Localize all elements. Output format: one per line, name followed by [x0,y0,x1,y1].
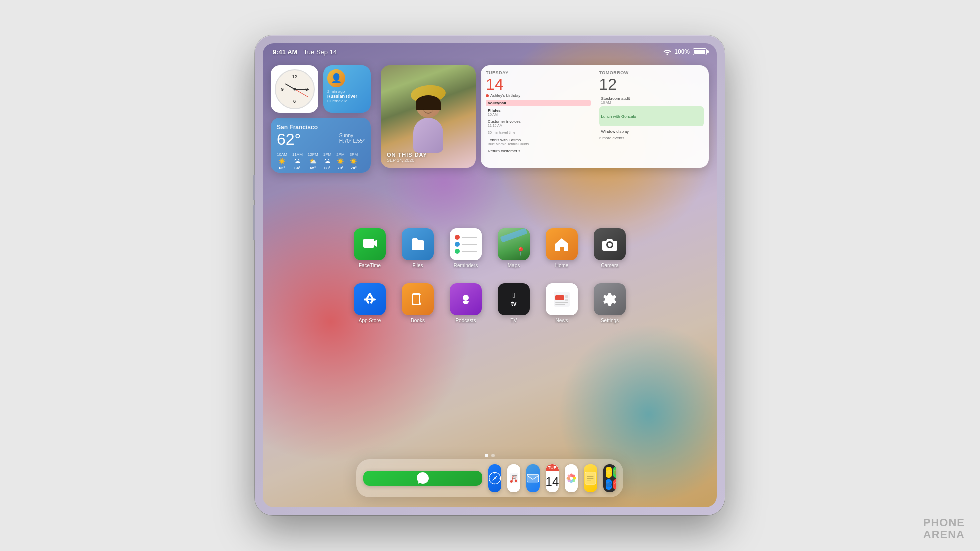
ipad-screen: 9:41 AM Tue Sep 14 100% [263,44,717,508]
app-row-1: FaceTime Files [263,228,717,268]
cal-today-num: 14 [486,76,591,92]
app-books[interactable]: Books [402,284,434,324]
svg-rect-1 [556,296,564,300]
dock-mail[interactable] [526,464,540,492]
photo-label-main: ON THIS DAY [387,152,428,158]
ipad-device: 9:41 AM Tue Sep 14 100% [255,36,725,516]
weather-temp: 62° [277,131,301,148]
dock-safari[interactable] [488,464,502,492]
svg-point-9 [515,480,518,482]
app-camera-label: Camera [601,263,619,268]
svg-point-7 [494,478,496,479]
weather-widget[interactable]: San Francisco 62° Sunny H:70° L:55° 10AM… [271,118,371,173]
dock-calendar-header: TUE [546,464,559,472]
svg-rect-4 [566,296,568,298]
page-dot-1[interactable] [485,454,488,458]
svg-rect-21 [586,472,596,485]
app-tv-label: TV [511,318,518,324]
weather-city: San Francisco [277,124,365,131]
dock-extras[interactable]: ⭐ 🟢 🔵 🔴 [604,464,616,492]
app-settings[interactable]: Settings [594,284,626,324]
watermark-line1: PHONE [924,517,965,529]
svg-point-0 [463,295,469,301]
page-dot-2[interactable] [492,454,495,458]
app-appstore[interactable]: App Store [354,284,386,324]
app-podcasts-label: Podcasts [456,318,476,324]
dock-notes[interactable] [584,464,597,492]
cal-event: Return customer s... [486,148,591,154]
app-files[interactable]: Files [402,228,434,268]
app-maps[interactable]: 📍 Maps [498,228,530,268]
cal-tomorrow-label: TOMORROW [600,70,704,76]
app-home[interactable]: Home [546,228,578,268]
widget-avatar: 👤 [328,70,346,88]
cal-event: Tennis with Fatima Blue Marble Tennis Co… [486,137,591,147]
cal-birthday: Ashley's birthday [486,94,591,98]
watermark-line2: ARENA [924,529,965,541]
app-books-label: Books [411,318,425,324]
app-news[interactable]: News [546,284,578,324]
app-podcasts[interactable]: Podcasts [450,284,482,324]
clock-widget[interactable]: 12 3 6 9 [271,66,318,113]
app-reminders-label: Reminders [454,263,478,268]
cal-tomorrow: TOMORROW 12 Stockroom audit 10 AM Lunch … [600,70,704,163]
app-home-label: Home [556,263,569,268]
weather-hilo: H:70° L:55° [340,138,365,144]
svg-point-8 [510,480,513,483]
watermark: PHONE ARENA [924,517,965,541]
cal-today: TUESDAY 14 Ashley's birthday Volleyball [486,70,596,163]
weather-hourly: 10AM☀️62° 11AM🌤64° 12PM⛅65° 1PM🌤68° 2PM☀… [277,152,365,170]
cal-event: Window display [600,128,704,135]
messages-widget[interactable]: 👤 2 min ago Russian River Guerneville [324,66,371,113]
cal-event: Customer invoices 11:15 AM [486,118,591,128]
app-reminders[interactable]: Reminders [450,228,482,268]
battery-icon [693,48,707,56]
cal-event: 30 min travel time [486,130,591,136]
dock-messages[interactable] [364,471,482,486]
app-news-label: News [556,318,568,324]
photo-label-date: SEP 14, 2020 [387,158,428,163]
app-row-2: App Store Books Podcast [263,284,717,324]
status-time: 9:41 AM [273,48,298,56]
svg-rect-3 [556,304,566,305]
photo-widget[interactable]: ON THIS DAY SEP 14, 2020 [381,66,476,168]
app-settings-label: Settings [601,318,619,324]
cal-event: Volleyball [486,100,591,106]
svg-rect-2 [556,302,568,303]
svg-rect-5 [566,299,568,302]
cal-event: Pilates 10 AM [486,108,591,118]
calendar-widget-container: TUESDAY 14 Ashley's birthday Volleyball [481,66,709,173]
widget-sublocation: Guerneville [328,99,348,104]
dock-calendar[interactable]: TUE 14 [546,464,559,492]
dock-music[interactable] [508,464,520,492]
battery-percent: 100% [674,48,690,56]
app-facetime-label: FaceTime [359,263,381,268]
photo-label: ON THIS DAY SEP 14, 2020 [387,152,428,163]
wifi-icon [664,49,672,55]
app-files-label: Files [412,263,423,268]
cal-event: Stockroom audit 10 AM [600,96,704,106]
widget-time: 2 min ago [328,90,345,94]
widgets-area: 12 3 6 9 👤 2 min ago [271,66,709,173]
app-appstore-label: App Store [359,318,381,324]
widget-location: Russian River [328,94,358,99]
app-tv[interactable]:  tv TV [498,284,530,324]
cal-today-label: TUESDAY [486,70,591,76]
app-maps-label: Maps [508,263,520,268]
app-facetime[interactable]: FaceTime [354,228,386,268]
svg-rect-10 [528,474,539,482]
dock: TUE 14 [356,460,624,498]
calendar-widget[interactable]: TUESDAY 14 Ashley's birthday Volleyball [481,66,709,168]
app-camera[interactable]: Camera [594,228,626,268]
dock-calendar-day: 14 [546,472,559,492]
status-bar: 9:41 AM Tue Sep 14 100% [263,44,717,60]
dock-photos[interactable] [565,464,578,492]
svg-point-20 [570,477,573,480]
page-dots [485,454,495,458]
cal-event-block: Lunch with Gonzalo [600,106,704,126]
cal-more-events: 2 more events [600,136,704,140]
status-date: Tue Sep 14 [304,48,337,56]
weather-condition: Sunny [340,133,365,138]
